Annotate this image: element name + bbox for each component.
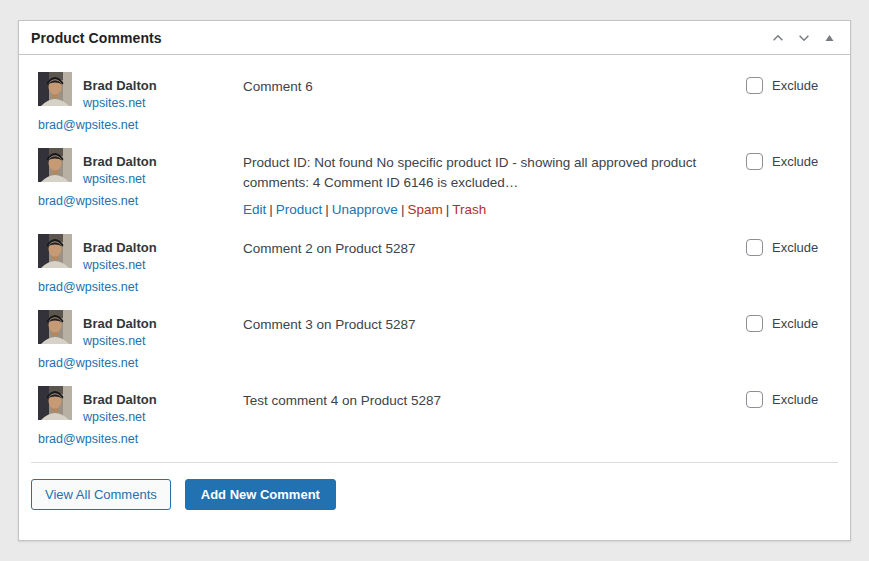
comment-text: Test comment 4 on Product 5287 (243, 391, 722, 411)
comment-author-cell: Brad Dalton wpsites.net brad@wpsites.net (38, 148, 243, 209)
exclude-label[interactable]: Exclude (746, 77, 838, 94)
action-separator: | (266, 202, 276, 217)
comment-row: Brad Dalton wpsites.net brad@wpsites.net… (38, 148, 838, 219)
author-email-link[interactable]: brad@wpsites.net (38, 432, 138, 446)
exclude-checkbox[interactable] (746, 77, 763, 94)
avatar (38, 72, 72, 106)
author-email-link[interactable]: brad@wpsites.net (38, 280, 138, 294)
avatar (38, 148, 72, 182)
author-site-link[interactable]: wpsites.net (83, 172, 146, 186)
author-email-link[interactable]: brad@wpsites.net (38, 356, 138, 370)
exclude-label[interactable]: Exclude (746, 315, 838, 332)
exclude-checkbox[interactable] (746, 391, 763, 408)
comment-content-cell: Comment 3 on Product 5287 (243, 310, 746, 335)
comment-row: Brad Dalton wpsites.net brad@wpsites.net… (38, 386, 838, 447)
exclude-label-text: Exclude (772, 153, 818, 170)
widget-body: Brad Dalton wpsites.net brad@wpsites.net… (19, 55, 850, 540)
action-separator: | (398, 202, 408, 217)
product-action-link[interactable]: Product (276, 202, 323, 217)
exclude-label[interactable]: Exclude (746, 239, 838, 256)
widget-header: Product Comments (19, 21, 850, 55)
move-up-icon[interactable] (765, 28, 791, 48)
action-separator: | (443, 202, 453, 217)
comment-text: Comment 6 (243, 77, 722, 97)
exclude-checkbox[interactable] (746, 239, 763, 256)
widget-title: Product Comments (31, 30, 162, 46)
avatar (38, 386, 72, 420)
edit-action-link[interactable]: Edit (243, 202, 266, 217)
author-email-link[interactable]: brad@wpsites.net (38, 194, 138, 208)
comment-author-cell: Brad Dalton wpsites.net brad@wpsites.net (38, 386, 243, 447)
comment-row: Brad Dalton wpsites.net brad@wpsites.net… (38, 310, 838, 371)
action-separator: | (322, 202, 332, 217)
exclude-label-text: Exclude (772, 239, 818, 256)
comment-row: Brad Dalton wpsites.net brad@wpsites.net… (38, 72, 838, 133)
comment-row-actions: Edit|Product|Unapprove|Spam|Trash (243, 200, 722, 219)
exclude-label-text: Exclude (772, 391, 818, 408)
author-site-link[interactable]: wpsites.net (83, 334, 146, 348)
comment-author-cell: Brad Dalton wpsites.net brad@wpsites.net (38, 234, 243, 295)
comment-author-cell: Brad Dalton wpsites.net brad@wpsites.net (38, 310, 243, 371)
comment-text: Comment 3 on Product 5287 (243, 315, 722, 335)
move-down-icon[interactable] (791, 28, 817, 48)
trash-action-link[interactable]: Trash (452, 202, 486, 217)
unapprove-action-link[interactable]: Unapprove (332, 202, 398, 217)
product-comments-widget: Product Comments (18, 20, 851, 541)
exclude-label-text: Exclude (772, 315, 818, 332)
author-site-link[interactable]: wpsites.net (83, 410, 146, 424)
exclude-checkbox[interactable] (746, 315, 763, 332)
avatar (38, 310, 72, 344)
exclude-cell: Exclude (746, 310, 838, 332)
widget-footer: View All Comments Add New Comment (31, 462, 838, 510)
exclude-cell: Exclude (746, 386, 838, 408)
add-new-comment-button[interactable]: Add New Comment (185, 479, 336, 510)
comment-content-cell: Product ID: Not found No specific produc… (243, 148, 746, 219)
comment-content-cell: Test comment 4 on Product 5287 (243, 386, 746, 411)
spam-action-link[interactable]: Spam (407, 202, 442, 217)
widget-header-controls (765, 28, 840, 48)
collapse-icon[interactable] (817, 31, 840, 45)
exclude-label[interactable]: Exclude (746, 391, 838, 408)
author-site-link[interactable]: wpsites.net (83, 258, 146, 272)
author-email-link[interactable]: brad@wpsites.net (38, 118, 138, 132)
comment-text: Comment 2 on Product 5287 (243, 239, 722, 259)
exclude-label-text: Exclude (772, 77, 818, 94)
comment-row: Brad Dalton wpsites.net brad@wpsites.net… (38, 234, 838, 295)
exclude-cell: Exclude (746, 148, 838, 170)
exclude-label[interactable]: Exclude (746, 153, 838, 170)
view-all-comments-button[interactable]: View All Comments (31, 479, 171, 510)
avatar (38, 234, 72, 268)
comment-content-cell: Comment 6 (243, 72, 746, 97)
comment-author-cell: Brad Dalton wpsites.net brad@wpsites.net (38, 72, 243, 133)
exclude-checkbox[interactable] (746, 153, 763, 170)
comment-content-cell: Comment 2 on Product 5287 (243, 234, 746, 259)
comment-text: Product ID: Not found No specific produc… (243, 153, 722, 193)
exclude-cell: Exclude (746, 72, 838, 94)
comments-list: Brad Dalton wpsites.net brad@wpsites.net… (31, 55, 838, 447)
exclude-cell: Exclude (746, 234, 838, 256)
author-site-link[interactable]: wpsites.net (83, 96, 146, 110)
